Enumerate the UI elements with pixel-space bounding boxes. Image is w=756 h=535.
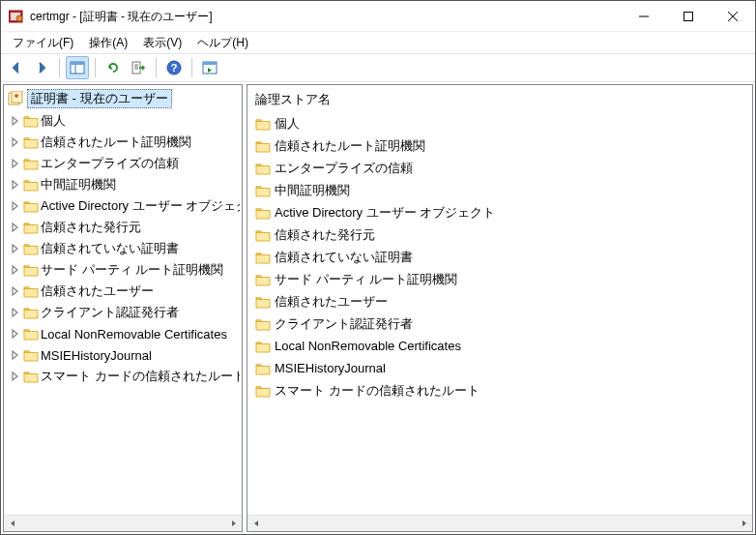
tree-item[interactable]: 信頼されたユーザー [4, 281, 242, 302]
scroll-right-icon[interactable] [225, 516, 242, 532]
folder-icon [255, 206, 271, 220]
chevron-right-icon[interactable] [10, 136, 21, 148]
folder-icon [255, 362, 271, 375]
folder-icon [255, 139, 271, 153]
list-item[interactable]: Local NonRemovable Certificates [247, 335, 752, 357]
chevron-right-icon[interactable] [10, 158, 21, 169]
chevron-right-icon[interactable] [10, 371, 21, 382]
tree-item[interactable]: 信頼されていない証明書 [4, 238, 242, 259]
folder-icon [255, 317, 271, 331]
folder-icon [23, 157, 39, 170]
chevron-right-icon[interactable] [10, 264, 21, 276]
action-pane-button[interactable] [198, 56, 221, 79]
toolbar-separator [59, 58, 60, 77]
tree-item-label: 個人 [41, 112, 66, 130]
export-list-button[interactable] [127, 56, 150, 79]
menu-file[interactable]: ファイル(F) [5, 33, 81, 53]
horizontal-scrollbar[interactable] [247, 515, 752, 531]
list-item-label: 信頼されたユーザー [275, 293, 388, 311]
window: certmgr - [証明書 - 現在のユーザー] ファイル(F) 操作(A) … [0, 0, 756, 535]
folder-icon [255, 162, 271, 175]
list-item[interactable]: 信頼されたユーザー [247, 290, 752, 312]
list-item-label: スマート カードの信頼されたルート [275, 382, 480, 400]
list-item-label: MSIEHistoryJournal [275, 361, 386, 375]
tree-item[interactable]: クライアント認証発行者 [4, 302, 242, 323]
tree-item[interactable]: 信頼された発行元 [4, 217, 242, 238]
tree-item[interactable]: 信頼されたルート証明機関 [4, 132, 242, 153]
list-item[interactable]: サード パーティ ルート証明機関 [247, 268, 752, 290]
folder-icon [23, 306, 39, 319]
list-pane: 論理ストア名 個人信頼されたルート証明機関エンタープライズの信頼中間証明機関Ac… [247, 84, 753, 532]
chevron-right-icon[interactable] [10, 115, 21, 127]
list-item-label: クライアント認証発行者 [275, 315, 413, 333]
list-item[interactable]: エンタープライズの信頼 [247, 157, 752, 179]
tree-item[interactable]: スマート カードの信頼されたルート [4, 366, 242, 387]
list-item[interactable]: クライアント認証発行者 [247, 312, 752, 335]
list-item-label: 信頼されたルート証明機関 [275, 137, 425, 155]
list-body[interactable]: 論理ストア名 個人信頼されたルート証明機関エンタープライズの信頼中間証明機関Ac… [247, 85, 752, 515]
tree-item[interactable]: 個人 [4, 110, 242, 132]
list-item[interactable]: 個人 [247, 112, 752, 134]
folder-icon [23, 348, 39, 362]
maximize-button[interactable] [666, 1, 711, 31]
refresh-button[interactable] [102, 56, 125, 79]
list-item[interactable]: 中間証明機関 [247, 179, 752, 201]
menu-view[interactable]: 表示(V) [135, 33, 189, 53]
list-item-label: Active Directory ユーザー オブジェクト [275, 204, 495, 222]
chevron-right-icon[interactable] [10, 179, 21, 191]
tree-item[interactable]: MSIEHistoryJournal [4, 344, 242, 366]
tree-item-label: 信頼されたルート証明機関 [41, 134, 191, 151]
folder-icon [23, 199, 39, 213]
scroll-right-icon[interactable] [736, 516, 752, 532]
minimize-button[interactable] [622, 1, 666, 31]
tree-item[interactable]: Local NonRemovable Certificates [4, 323, 242, 344]
chevron-right-icon[interactable] [10, 222, 21, 233]
tree-item-label: 信頼された発行元 [41, 219, 141, 236]
menu-help[interactable]: ヘルプ(H) [189, 33, 256, 53]
window-controls [622, 1, 755, 31]
tree-item[interactable]: エンタープライズの信頼 [4, 153, 242, 174]
tree-root-node[interactable]: 証明書 - 現在のユーザー [4, 87, 242, 110]
toolbar-separator [95, 58, 96, 77]
toolbar-separator [191, 58, 192, 77]
show-hide-tree-button[interactable] [66, 56, 89, 79]
tree-item-label: Active Directory ユーザー オブジェクト [41, 197, 240, 215]
back-button[interactable] [5, 56, 28, 79]
folder-icon [255, 251, 271, 264]
tree-body[interactable]: 証明書 - 現在のユーザー 個人信頼されたルート証明機関エンタープライズの信頼中… [4, 85, 242, 515]
chevron-right-icon[interactable] [10, 307, 21, 318]
certificate-root-icon [8, 91, 23, 106]
list-item-label: Local NonRemovable Certificates [275, 339, 461, 353]
tree-item[interactable]: 中間証明機関 [4, 174, 242, 195]
chevron-right-icon[interactable] [10, 285, 21, 297]
list-item[interactable]: MSIEHistoryJournal [247, 357, 752, 379]
menu-action[interactable]: 操作(A) [81, 33, 135, 53]
chevron-right-icon[interactable] [10, 200, 21, 212]
chevron-right-icon[interactable] [10, 243, 21, 254]
chevron-right-icon[interactable] [10, 349, 21, 361]
close-button[interactable] [711, 1, 755, 31]
list-item[interactable]: Active Directory ユーザー オブジェクト [247, 201, 752, 223]
toolbar: ? [1, 53, 755, 82]
tree-item-label: MSIEHistoryJournal [41, 348, 152, 363]
list-column-header[interactable]: 論理ストア名 [247, 87, 752, 112]
forward-button[interactable] [30, 56, 53, 79]
tree-item-label: クライアント認証発行者 [41, 304, 179, 321]
horizontal-scrollbar[interactable] [4, 515, 242, 531]
chevron-right-icon[interactable] [10, 328, 21, 340]
content-area: 証明書 - 現在のユーザー 個人信頼されたルート証明機関エンタープライズの信頼中… [1, 82, 755, 534]
tree-item-label: サード パーティ ルート証明機関 [41, 261, 223, 279]
list-item[interactable]: 信頼されたルート証明機関 [247, 134, 752, 157]
help-button[interactable]: ? [162, 56, 186, 79]
window-title: certmgr - [証明書 - 現在のユーザー] [30, 8, 622, 25]
list-item[interactable]: スマート カードの信頼されたルート [247, 379, 752, 401]
list-item[interactable]: 信頼された発行元 [247, 223, 752, 246]
folder-icon [23, 178, 39, 192]
tree-item[interactable]: サード パーティ ルート証明機関 [4, 259, 242, 281]
tree-item[interactable]: Active Directory ユーザー オブジェクト [4, 195, 242, 217]
list-item[interactable]: 信頼されていない証明書 [247, 246, 752, 268]
tree-item-label: 中間証明機関 [41, 176, 116, 193]
folder-icon [255, 184, 271, 197]
scroll-left-icon[interactable] [4, 516, 20, 532]
scroll-left-icon[interactable] [247, 516, 264, 532]
